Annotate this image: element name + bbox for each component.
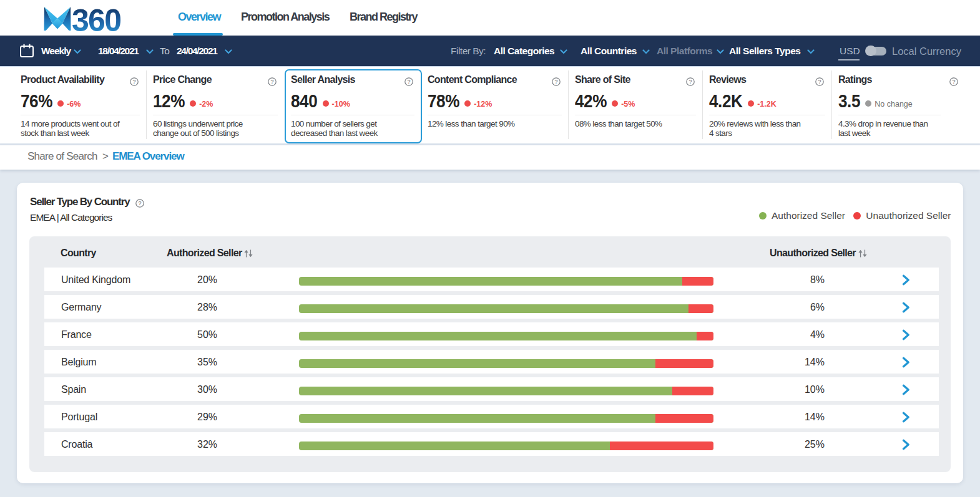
- svg-text:?: ?: [818, 79, 821, 85]
- svg-text:?: ?: [554, 79, 557, 85]
- svg-text:?: ?: [407, 79, 410, 85]
- svg-text:360: 360: [72, 6, 120, 33]
- svg-text:?: ?: [952, 79, 955, 85]
- svg-text:?: ?: [688, 79, 692, 85]
- svg-text:?: ?: [270, 79, 273, 85]
- svg-text:?: ?: [132, 79, 135, 85]
- svg-text:?: ?: [138, 200, 141, 206]
